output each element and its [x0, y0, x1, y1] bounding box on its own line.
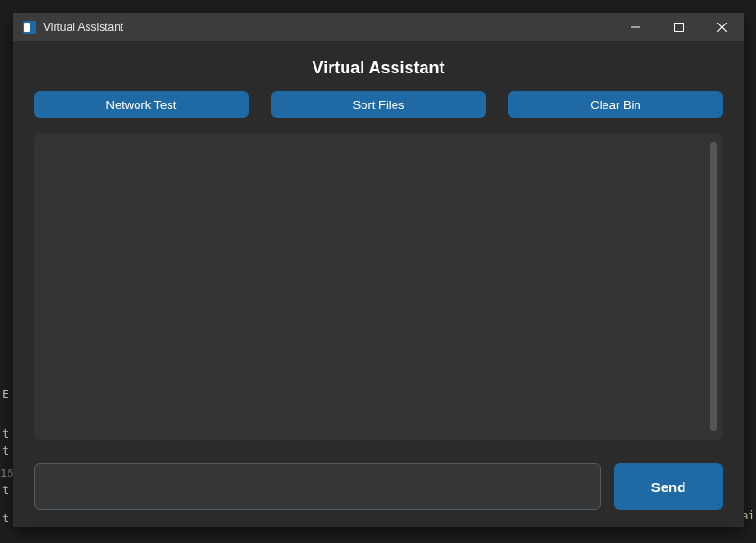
- titlebar[interactable]: Virtual Assistant: [13, 13, 744, 41]
- chat-output-panel: [34, 133, 723, 440]
- message-input[interactable]: [34, 463, 601, 510]
- terminal-fragment: t: [2, 442, 9, 459]
- page-title: Virtual Assistant: [34, 58, 723, 78]
- app-window: Virtual Assistant Virtual Assistant Netw…: [13, 13, 744, 527]
- maximize-button[interactable]: [657, 13, 700, 41]
- input-row: Send: [34, 463, 723, 510]
- window-title: Virtual Assistant: [43, 21, 123, 34]
- network-test-button[interactable]: Network Test: [34, 91, 249, 118]
- terminal-line-number: 16: [0, 465, 13, 482]
- sort-files-button[interactable]: Sort Files: [271, 91, 486, 118]
- svg-rect-1: [24, 23, 30, 32]
- svg-rect-3: [675, 24, 684, 32]
- terminal-fragment: E: [2, 386, 9, 403]
- minimize-button[interactable]: [614, 13, 657, 41]
- send-button[interactable]: Send: [614, 463, 723, 510]
- scrollbar[interactable]: [710, 142, 717, 431]
- svg-rect-2: [631, 27, 640, 28]
- app-icon: [21, 19, 38, 36]
- clear-bin-button[interactable]: Clear Bin: [508, 91, 723, 118]
- terminal-fragment: t: [2, 425, 9, 442]
- close-button[interactable]: [700, 13, 744, 41]
- action-button-row: Network Test Sort Files Clear Bin: [34, 91, 723, 118]
- window-body: Virtual Assistant Network Test Sort File…: [13, 41, 744, 527]
